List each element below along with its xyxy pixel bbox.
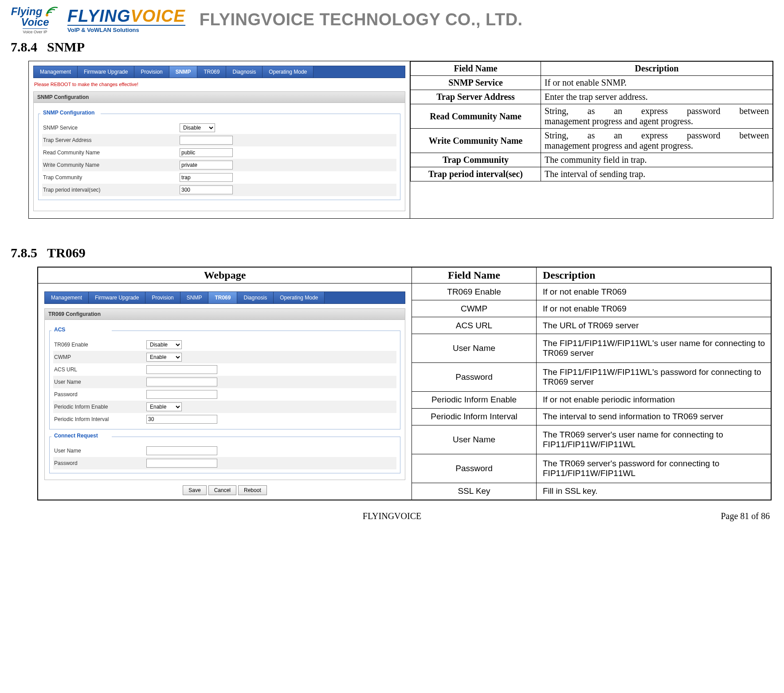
input-user-name[interactable]	[146, 446, 217, 455]
input-write-community-name[interactable]	[180, 161, 233, 169]
tr069-block: Webpage Field Name Description Managemen…	[37, 267, 772, 500]
tab-operating-mode[interactable]: Operating Mode	[263, 66, 314, 78]
fieldset-legend: ACS	[52, 327, 67, 333]
snmp-block: ManagementFirmware UpgradeProvisionSNMPT…	[28, 61, 773, 219]
footer-right: Page 81 of 86	[721, 511, 770, 521]
input-password[interactable]	[146, 390, 217, 399]
tab-tr069[interactable]: TR069	[197, 66, 226, 78]
save-button[interactable]: Save	[183, 485, 206, 495]
form-row: Trap period interval(sec)	[42, 184, 396, 196]
snmp-spec-table: Field Name Description SNMP ServiceIf or…	[410, 61, 773, 181]
cell-description: Enter the trap server address.	[541, 90, 773, 104]
form-row: Periodic Inform EnableEnable	[53, 401, 396, 413]
form-label: TR069 Enable	[54, 342, 143, 348]
cell-field-name: Trap Community	[411, 153, 541, 167]
tab-snmp[interactable]: SNMP	[169, 66, 198, 78]
tab-provision[interactable]: Provision	[134, 66, 169, 78]
input-trap-server-address[interactable]	[180, 136, 233, 145]
page-footer: FLYINGVOICE Page 81 of 86	[11, 511, 773, 524]
col-description: Description	[541, 62, 773, 76]
page-header: Flying Voice Voice Over IP FLYINGVOICE V…	[11, 5, 773, 34]
tab-provision[interactable]: Provision	[145, 292, 180, 303]
form-row: User Name	[53, 376, 396, 388]
cell-field-name: Periodic Inform Enable	[412, 391, 537, 408]
input-read-community-name[interactable]	[180, 148, 233, 157]
fieldset-legend: SNMP Configuration	[41, 110, 96, 116]
form-row: Periodic Inform Interval	[53, 413, 396, 425]
cell-field-name: Password	[412, 454, 537, 483]
cell-field-name: User Name	[412, 425, 537, 454]
cancel-button[interactable]: Cancel	[208, 485, 236, 495]
tab-diagnosis[interactable]: Diagnosis	[237, 292, 274, 303]
section-num: 7.8.4	[11, 39, 37, 54]
form-label: Periodic Inform Enable	[54, 404, 143, 410]
cell-field-name: Trap Server Address	[411, 90, 541, 104]
input-user-name[interactable]	[146, 378, 217, 386]
select-periodic-inform-enable[interactable]: Enable	[146, 402, 182, 411]
logo-wordmark: FLYINGVOICE VoIP & VoWLAN Solutions	[67, 7, 185, 33]
section-heading-snmp: 7.8.4SNMP	[11, 39, 773, 55]
panel-title: SNMP Configuration	[33, 91, 405, 102]
tab-tr069[interactable]: TR069	[208, 292, 237, 303]
form-label: Read Community Name	[43, 150, 176, 156]
col-field-name: Field Name	[411, 62, 541, 76]
form-label: Password	[54, 460, 143, 466]
tab-operating-mode[interactable]: Operating Mode	[274, 292, 325, 303]
form-label: User Name	[54, 379, 143, 385]
fieldset-acs: ACSTR069 EnableDisableCWMPEnableACS URLU…	[49, 331, 400, 429]
form-label: SNMP Service	[43, 125, 176, 131]
reboot-button[interactable]: Reboot	[238, 485, 267, 495]
cell-description: The FIP11/FIP11W/FIP11WL's user name for…	[537, 334, 771, 363]
tr069-tabs: ManagementFirmware UpgradeProvisionSNMPT…	[44, 291, 405, 304]
form-label: Periodic Inform Interval	[54, 416, 143, 422]
form-label: User Name	[54, 448, 143, 454]
tab-management[interactable]: Management	[34, 66, 78, 78]
footer-center: FLYINGVOICE	[363, 511, 421, 521]
form-label: CWMP	[54, 354, 143, 360]
input-trap-period-interval-sec-[interactable]	[180, 185, 233, 194]
badge-voice: Voice	[21, 16, 49, 28]
tab-snmp[interactable]: SNMP	[180, 292, 209, 303]
cell-field-name: Password	[412, 362, 537, 391]
cell-description: The TR069 server's user name for connect…	[537, 425, 771, 454]
cell-field-name: CWMP	[412, 300, 537, 317]
form-row: Write Community Name	[42, 159, 396, 171]
company-name: FLYINGVOICE TECHNOLOGY CO., LTD.	[200, 10, 523, 29]
badge-sub: Voice Over IP	[23, 28, 47, 34]
select-snmp-service[interactable]: Disable	[180, 123, 215, 132]
button-bar: SaveCancelReboot	[44, 485, 405, 495]
cell-description: The TR069 server's password for connecti…	[537, 454, 771, 483]
form-label: ACS URL	[54, 366, 143, 373]
snmp-fieldset: SNMP Configuration SNMP ServiceDisableTr…	[38, 114, 400, 200]
snmp-tabs: ManagementFirmware UpgradeProvisionSNMPT…	[33, 66, 405, 78]
tr069-screenshot: ManagementFirmware UpgradeProvisionSNMPT…	[38, 284, 412, 500]
logo-sub: VoIP & VoWLAN Solutions	[67, 25, 185, 33]
tab-diagnosis[interactable]: Diagnosis	[226, 66, 263, 78]
cell-field-name: TR069 Enable	[412, 284, 537, 300]
form-row: Password	[53, 457, 396, 469]
cell-description: String, as an express password betweenma…	[541, 129, 773, 153]
tab-firmware-upgrade[interactable]: Firmware Upgrade	[78, 66, 134, 78]
cell-field-name: SNMP Service	[411, 76, 541, 90]
input-trap-community[interactable]	[180, 173, 233, 182]
select-cwmp[interactable]: Enable	[146, 353, 182, 362]
fieldset-connect-request: Connect RequestUser NamePassword	[49, 437, 400, 473]
logo-voice: VOICE	[131, 7, 185, 25]
panel-title: TR069 Configuration	[44, 308, 405, 319]
tab-firmware-upgrade[interactable]: Firmware Upgrade	[89, 292, 145, 303]
table-row: Trap CommunityThe community field in tra…	[411, 153, 773, 167]
select-tr069-enable[interactable]: Disable	[146, 340, 182, 349]
cell-description: The URL of TR069 server	[537, 317, 771, 334]
cell-description: If or not enable TR069	[537, 300, 771, 317]
tab-management[interactable]: Management	[45, 292, 89, 303]
cell-description: If or not enable TR069	[537, 284, 771, 300]
table-row: Write Community NameString, as an expres…	[411, 129, 773, 153]
input-password[interactable]	[146, 459, 217, 468]
table-row: Trap period interval(sec)The interval of…	[411, 167, 773, 181]
form-row: ACS URL	[53, 363, 396, 376]
input-periodic-inform-interval[interactable]	[146, 415, 217, 424]
input-acs-url[interactable]	[146, 365, 217, 374]
cell-field-name: Periodic Inform Interval	[412, 408, 537, 425]
form-row: SNMP ServiceDisable	[42, 122, 396, 134]
form-row: CWMPEnable	[53, 351, 396, 363]
